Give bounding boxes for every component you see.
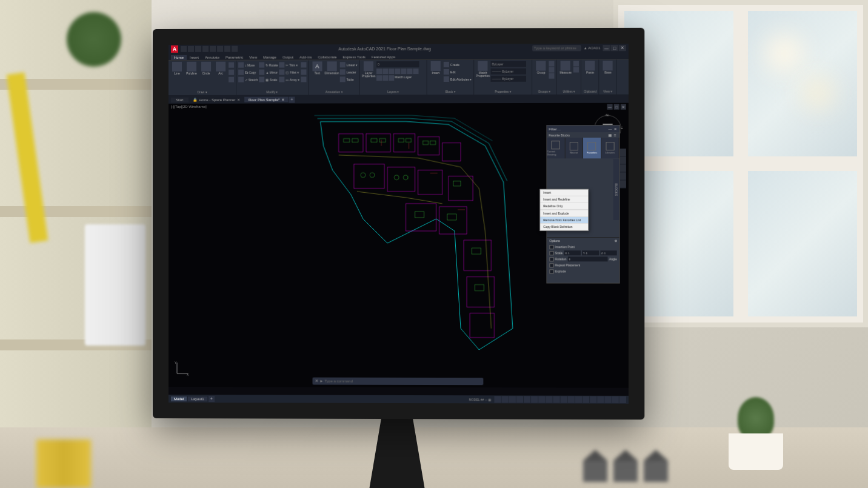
layer-btn-1[interactable] (376, 69, 382, 74)
modify-copy[interactable]: ⿻ Copy (238, 69, 258, 76)
measure-button[interactable]: Measure (559, 61, 572, 74)
scale-z[interactable]: Z: 1 (600, 250, 617, 255)
sb-hardware[interactable] (604, 396, 611, 403)
ctx-copy-blockdef[interactable]: Copy Block Definition (540, 224, 588, 230)
view-list-icon[interactable]: ≡ (613, 133, 618, 138)
minimize-button[interactable]: — (603, 45, 610, 51)
block-insert[interactable]: Insert (429, 61, 442, 75)
draw-arc-button[interactable]: Arc (214, 62, 227, 75)
grp-2[interactable] (549, 67, 555, 73)
layout-tab-layout1[interactable]: Layout1 (188, 396, 207, 401)
ribbon-tab-parametric[interactable]: Parametric (222, 55, 246, 60)
modify-array[interactable]: ▭ Array ▾ (279, 76, 300, 83)
sb-annoscale[interactable] (561, 396, 567, 403)
qat-new[interactable] (181, 46, 187, 52)
draw-misc-1[interactable] (229, 62, 234, 69)
gear-icon[interactable]: ⚙ (615, 239, 617, 242)
qat-open[interactable] (188, 46, 194, 52)
vp-max[interactable]: □ (614, 104, 619, 110)
chk-rotation[interactable] (549, 257, 553, 261)
command-line[interactable]: ✕ ▸ Type a command (313, 378, 484, 386)
annot-linear[interactable]: Linear ▾ (340, 61, 358, 68)
sb-lineweight[interactable] (538, 396, 545, 403)
sb-units[interactable] (583, 396, 589, 403)
block-editattr[interactable]: Edit Attributes ▾ (444, 76, 472, 82)
layer-btn-8[interactable] (376, 75, 382, 81)
viewport-label[interactable]: [-][Top][2D Wireframe] (171, 105, 207, 109)
chk-insertion-point[interactable] (549, 245, 553, 249)
ctx-insert-redefine[interactable]: Insert and Redefine (540, 196, 588, 203)
doc-tab-0[interactable]: 🔒 Home - Space Planner ✕ (189, 97, 244, 102)
viewcube-e[interactable]: E (621, 126, 623, 130)
qat-redo[interactable] (232, 46, 238, 52)
close-button[interactable]: ✕ (619, 45, 626, 51)
ribbon-tab-output[interactable]: Output (279, 55, 296, 59)
annot-dimension[interactable]: Dimension (325, 61, 338, 75)
vp-min[interactable]: — (607, 104, 613, 110)
sb-polar[interactable] (516, 396, 523, 403)
help-search[interactable]: Type a keyword or phrase (532, 45, 581, 51)
annot-text[interactable]: AText (310, 61, 324, 75)
blocks-breadcrumb[interactable]: Favorite Blocks (549, 133, 570, 137)
blocks-tab-recent[interactable]: Recent (565, 138, 583, 158)
maximize-button[interactable]: □ (611, 45, 618, 51)
match-properties[interactable]: Match Properties (476, 61, 490, 78)
sb-cycling[interactable] (553, 396, 559, 403)
panel-title-groups[interactable]: Groups ▾ (535, 89, 555, 93)
sb-otrack[interactable] (531, 396, 538, 403)
sb-isolate[interactable] (597, 396, 604, 403)
ctx-redefine-only[interactable]: Redefine Only (540, 203, 588, 210)
rotation-val[interactable]: 0 (567, 256, 607, 261)
ribbon-tab-insert[interactable]: Insert (187, 55, 202, 60)
ctx-insert-explode[interactable]: Insert and Explode (540, 210, 588, 217)
layout-add-button[interactable]: + (209, 396, 215, 402)
draw-circle-button[interactable]: Circle (199, 62, 213, 75)
layer-btn-9[interactable] (382, 75, 388, 81)
sb-osnap[interactable] (524, 396, 530, 403)
blocks-tab-current[interactable]: Current Drawing (547, 138, 565, 158)
group-button[interactable]: Group (535, 61, 548, 75)
chk-repeat[interactable] (549, 263, 553, 267)
doc-tab-1[interactable]: Floor Plan Sample* ✕ (245, 97, 289, 102)
panel-close-icon[interactable]: ✕ (613, 126, 618, 131)
layer-btn-2[interactable] (382, 69, 388, 74)
ribbon-tab-featured[interactable]: Featured Apps (369, 55, 398, 59)
layer-btn-10[interactable] (389, 75, 394, 81)
ribbon-tab-view[interactable]: View (246, 55, 260, 60)
panel-title-draw[interactable]: Draw ▾ (170, 90, 234, 94)
sb-qprops[interactable] (590, 396, 596, 403)
panel-title-utilities[interactable]: Utilities ▾ (559, 89, 579, 93)
panel-menu-icon[interactable]: ⋯ (608, 126, 613, 131)
qat-undo[interactable] (224, 46, 230, 52)
modify-scale[interactable]: ▦ Scale (259, 76, 278, 83)
viewcube-n[interactable]: N (606, 113, 608, 117)
qat-save[interactable] (195, 46, 201, 52)
ribbon-tab-annotate[interactable]: Annotate (202, 55, 222, 60)
annot-leader[interactable]: Leader (340, 69, 358, 75)
modify-stretch[interactable]: ⤢ Stretch (238, 76, 258, 83)
chk-explode[interactable] (549, 269, 553, 273)
ribbon-tab-collaborate[interactable]: Collaborate (315, 55, 340, 59)
panel-title-block[interactable]: Block ▾ (429, 89, 472, 93)
ribbon-tab-express[interactable]: Express Tools (339, 55, 369, 59)
draw-polyline-button[interactable]: Polyline (185, 62, 198, 75)
ctx-insert[interactable]: Insert (540, 190, 588, 196)
blocks-tab-favorites[interactable]: Favorites (583, 138, 601, 158)
view-grid-icon[interactable]: ▦ (608, 133, 613, 138)
prop-linetype[interactable]: ——— ByLayer (491, 76, 527, 82)
options-title[interactable]: Options (549, 239, 559, 242)
drawing-area[interactable]: [-][Top][2D Wireframe] — □ ✕ TOP N E S W (169, 103, 629, 388)
blocks-filter-label[interactable]: Filter… (549, 127, 607, 131)
blocks-tab-libraries[interactable]: Libraries (601, 138, 619, 158)
modify-move[interactable]: ↕ Move (238, 62, 258, 69)
block-create[interactable]: Create (444, 61, 472, 68)
modify-trim[interactable]: ✂ Trim ▾ (279, 61, 300, 68)
base-view-button[interactable]: Base (601, 61, 615, 74)
chk-scale[interactable] (549, 251, 553, 255)
util-1[interactable] (573, 61, 579, 66)
modify-mirror[interactable]: ▲ Mirror (259, 69, 278, 76)
modify-fillet[interactable]: ◰ Fillet ▾ (279, 69, 300, 75)
layer-properties[interactable]: Layer Properties (362, 61, 375, 78)
sb-grid[interactable] (495, 396, 501, 403)
panel-title-layers[interactable]: Layers ▾ (362, 89, 425, 93)
